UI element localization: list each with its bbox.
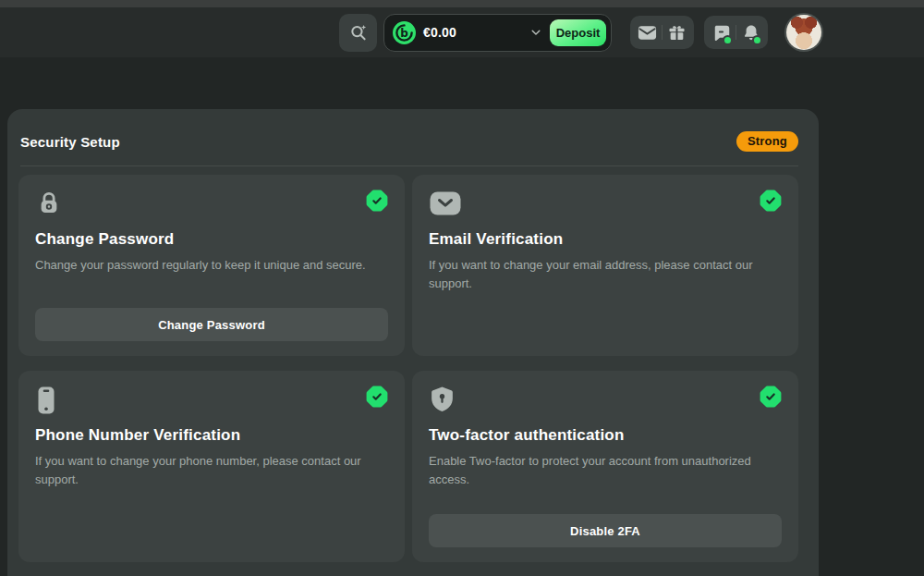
card-email-verification: Email Verification If you want to change… (412, 175, 798, 356)
top-navigation-bar: b €0.00 Deposit (0, 7, 924, 57)
verified-check-badge (366, 190, 388, 212)
lock-icon (35, 190, 63, 217)
card-top-row (35, 190, 388, 219)
card-description: Enable Two-factor to protect your accoun… (429, 452, 782, 488)
phone-icon (35, 386, 57, 415)
mail-button[interactable] (635, 18, 660, 46)
change-password-button[interactable]: Change Password (35, 308, 388, 341)
password-strength-badge: Strong (736, 131, 798, 152)
profile-avatar[interactable] (786, 15, 821, 50)
verified-check-badge (366, 386, 388, 408)
notifications-status-dot (752, 35, 762, 45)
chat-notifications-group (704, 16, 768, 49)
divider (20, 165, 798, 166)
mail-bonus-group (630, 16, 694, 49)
envelope-icon (429, 190, 462, 217)
security-setup-panel: Security Setup Strong (7, 109, 819, 576)
page-title: Security Setup (20, 134, 120, 150)
vertical-divider (736, 25, 736, 40)
gift-icon (667, 23, 687, 43)
card-description: Change your password regularly to keep i… (35, 256, 388, 275)
notifications-button[interactable] (738, 18, 763, 46)
card-top-row (35, 386, 388, 415)
card-phone-verification: Phone Number Verification If you want to… (18, 371, 405, 562)
card-description: If you want to change your phone number,… (35, 452, 388, 488)
svg-text:b: b (400, 26, 408, 39)
window-top-strip (0, 0, 924, 7)
mail-icon (637, 22, 658, 43)
card-title: Change Password (35, 230, 388, 249)
card-title: Email Verification (429, 230, 782, 249)
balance-amount: €0.00 (423, 25, 456, 40)
deposit-button[interactable]: Deposit (550, 19, 606, 46)
chat-status-dot (723, 35, 733, 45)
card-title: Phone Number Verification (35, 426, 388, 445)
shield-keyhole-icon (429, 386, 456, 414)
card-title: Two-factor authentication (429, 426, 782, 445)
card-top-row (429, 190, 782, 219)
panel-header: Security Setup Strong (20, 131, 798, 152)
card-description: If you want to change your email address… (429, 256, 782, 292)
chevron-down-icon (529, 26, 542, 39)
currency-coin-icon: b (393, 21, 416, 44)
verified-check-badge (760, 386, 782, 408)
card-change-password: Change Password Change your password reg… (18, 175, 405, 356)
disable-2fa-button[interactable]: Disable 2FA (429, 514, 782, 547)
wallet-balance-selector[interactable]: b €0.00 Deposit (383, 14, 612, 52)
vertical-divider (662, 25, 663, 40)
search-button[interactable] (339, 14, 377, 52)
chat-button[interactable] (709, 18, 734, 46)
card-top-row (429, 386, 782, 415)
verified-check-badge (760, 190, 782, 212)
security-cards-grid: Change Password Change your password reg… (18, 175, 798, 576)
bonuses-button[interactable] (664, 18, 689, 46)
card-two-factor: Two-factor authentication Enable Two-fac… (412, 371, 798, 562)
search-icon (348, 22, 369, 43)
